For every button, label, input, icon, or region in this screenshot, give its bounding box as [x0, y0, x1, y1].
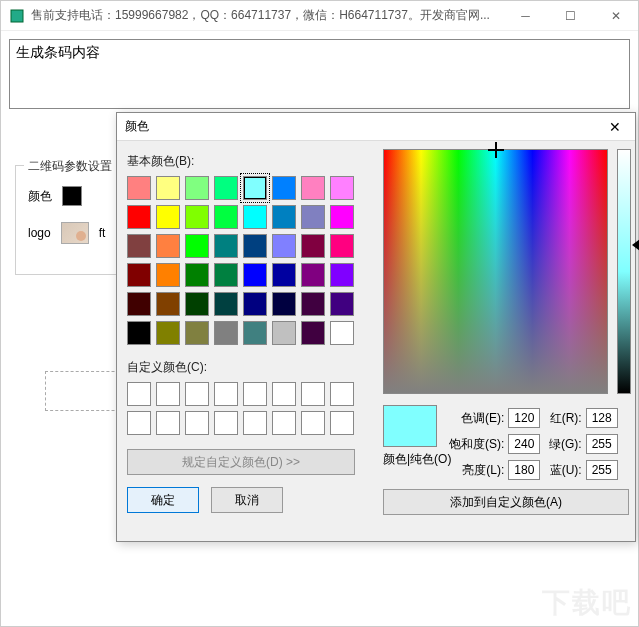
color-gradient-picker[interactable]	[383, 149, 608, 394]
define-custom-color-button[interactable]: 规定自定义颜色(D) >>	[127, 449, 355, 475]
basic-color-swatch[interactable]	[301, 205, 325, 229]
custom-color-swatch[interactable]	[185, 411, 209, 435]
color-swatch[interactable]	[62, 186, 82, 206]
basic-color-swatch[interactable]	[272, 263, 296, 287]
basic-color-swatch[interactable]	[185, 176, 209, 200]
g-label: 绿(G):	[549, 436, 582, 453]
b-label: 蓝(U):	[550, 462, 582, 479]
custom-color-swatch[interactable]	[301, 382, 325, 406]
close-button[interactable]: ✕	[593, 1, 638, 31]
basic-color-swatch[interactable]	[127, 263, 151, 287]
g-input[interactable]	[586, 434, 618, 454]
custom-color-swatch[interactable]	[330, 411, 354, 435]
basic-color-swatch[interactable]	[127, 176, 151, 200]
custom-color-swatch[interactable]	[301, 411, 325, 435]
basic-color-swatch[interactable]	[330, 234, 354, 258]
watermark: 下载吧	[542, 584, 632, 622]
basic-color-swatch[interactable]	[301, 176, 325, 200]
basic-color-swatch[interactable]	[156, 234, 180, 258]
basic-color-swatch[interactable]	[127, 292, 151, 316]
hue-input[interactable]	[508, 408, 540, 428]
custom-color-swatch[interactable]	[272, 382, 296, 406]
custom-color-swatch[interactable]	[156, 382, 180, 406]
basic-color-swatch[interactable]	[214, 263, 238, 287]
custom-color-swatch[interactable]	[156, 411, 180, 435]
right-pane	[383, 149, 608, 394]
barcode-content-input[interactable]	[9, 39, 630, 109]
crosshair-icon	[491, 145, 501, 155]
custom-color-swatch[interactable]	[214, 411, 238, 435]
logo-thumbnail[interactable]	[61, 222, 89, 244]
basic-color-swatch[interactable]	[214, 205, 238, 229]
basic-color-swatch[interactable]	[185, 263, 209, 287]
basic-color-swatch[interactable]	[185, 292, 209, 316]
minimize-button[interactable]: ─	[503, 1, 548, 31]
hsl-inputs: 色调(E): 饱和度(S): 亮度(L):	[449, 405, 540, 483]
basic-color-swatch[interactable]	[243, 205, 267, 229]
basic-color-swatch[interactable]	[243, 263, 267, 287]
cancel-button[interactable]: 取消	[211, 487, 283, 513]
basic-color-swatch[interactable]	[185, 321, 209, 345]
basic-color-swatch[interactable]	[272, 234, 296, 258]
basic-color-swatch[interactable]	[301, 234, 325, 258]
sat-label: 饱和度(S):	[449, 436, 504, 453]
custom-color-swatch[interactable]	[243, 382, 267, 406]
basic-color-swatch[interactable]	[185, 205, 209, 229]
basic-color-swatch[interactable]	[301, 321, 325, 345]
basic-color-swatch[interactable]	[156, 321, 180, 345]
basic-color-swatch[interactable]	[330, 205, 354, 229]
logo-filename: ft	[99, 226, 106, 240]
left-pane: 基本颜色(B): 自定义颜色(C): 规定自定义颜色(D) >> 确定 取消	[127, 149, 375, 513]
basic-color-swatch[interactable]	[330, 176, 354, 200]
basic-color-swatch[interactable]	[156, 176, 180, 200]
basic-color-swatch[interactable]	[243, 321, 267, 345]
basic-color-swatch[interactable]	[301, 263, 325, 287]
b-input[interactable]	[586, 460, 618, 480]
sat-input[interactable]	[508, 434, 540, 454]
basic-color-swatch[interactable]	[272, 205, 296, 229]
add-to-custom-button[interactable]: 添加到自定义颜色(A)	[383, 489, 629, 515]
basic-color-swatch[interactable]	[243, 292, 267, 316]
basic-color-swatch[interactable]	[156, 292, 180, 316]
r-label: 红(R):	[550, 410, 582, 427]
basic-color-swatch[interactable]	[127, 234, 151, 258]
basic-color-swatch[interactable]	[301, 292, 325, 316]
basic-color-swatch[interactable]	[156, 263, 180, 287]
basic-colors-grid	[127, 176, 375, 345]
basic-color-swatch[interactable]	[243, 234, 267, 258]
basic-color-swatch[interactable]	[185, 234, 209, 258]
lum-input[interactable]	[508, 460, 540, 480]
r-input[interactable]	[586, 408, 618, 428]
maximize-button[interactable]: ☐	[548, 1, 593, 31]
basic-color-swatch[interactable]	[272, 176, 296, 200]
main-title: 售前支持电话：15999667982，QQ：664711737，微信：H6647…	[31, 7, 503, 24]
basic-color-swatch[interactable]	[127, 205, 151, 229]
custom-color-swatch[interactable]	[214, 382, 238, 406]
basic-color-swatch[interactable]	[127, 321, 151, 345]
basic-color-swatch[interactable]	[214, 176, 238, 200]
basic-color-swatch[interactable]	[330, 263, 354, 287]
custom-color-swatch[interactable]	[127, 382, 151, 406]
custom-color-swatch[interactable]	[185, 382, 209, 406]
color-preview-label: 颜色|纯色(O)	[383, 451, 451, 468]
luminance-slider[interactable]	[617, 149, 631, 394]
basic-color-swatch[interactable]	[272, 292, 296, 316]
color-dialog-close-button[interactable]: ✕	[595, 113, 635, 141]
color-dialog: 颜色 ✕ 基本颜色(B): 自定义颜色(C): 规定自定义颜色(D) >> 确定…	[116, 112, 636, 542]
custom-color-swatch[interactable]	[127, 411, 151, 435]
basic-color-swatch[interactable]	[330, 321, 354, 345]
custom-color-swatch[interactable]	[243, 411, 267, 435]
logo-label: logo	[28, 226, 51, 240]
custom-color-swatch[interactable]	[272, 411, 296, 435]
app-icon	[9, 8, 25, 24]
basic-color-swatch[interactable]	[272, 321, 296, 345]
basic-color-swatch[interactable]	[214, 234, 238, 258]
ok-button[interactable]: 确定	[127, 487, 199, 513]
basic-color-swatch[interactable]	[243, 176, 267, 200]
basic-color-swatch[interactable]	[214, 292, 238, 316]
basic-color-swatch[interactable]	[156, 205, 180, 229]
basic-color-swatch[interactable]	[330, 292, 354, 316]
custom-colors-label: 自定义颜色(C):	[127, 359, 375, 376]
custom-color-swatch[interactable]	[330, 382, 354, 406]
basic-color-swatch[interactable]	[214, 321, 238, 345]
